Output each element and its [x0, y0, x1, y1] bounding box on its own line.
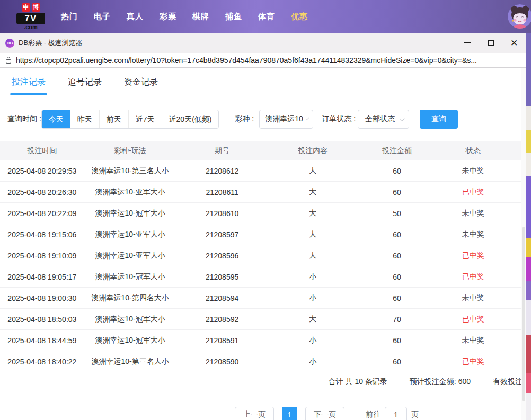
nav-item-slots[interactable]: 电子	[86, 12, 119, 22]
col-bet-amount: 投注金额	[358, 146, 437, 156]
status-select-label: 订单状态 :	[322, 114, 356, 124]
time-filter-7days[interactable]: 近7天	[128, 110, 162, 128]
search-button[interactable]: 查询	[420, 110, 458, 129]
game-playtype: 澳洲幸运10-冠军大小	[84, 209, 176, 218]
lock-icon	[6, 59, 11, 64]
next-page-button[interactable]: 下一页	[305, 407, 344, 420]
issue-number: 21208596	[176, 252, 268, 260]
bet-amount: 50	[358, 209, 437, 218]
chevron-down-icon	[306, 117, 309, 120]
bet-content: 小	[268, 293, 358, 303]
screen: 申 博 7V .com 热门 电子 真人 彩票 棋牌 捕鱼 体育 优惠	[0, 0, 531, 420]
bet-amount: 60	[358, 188, 437, 196]
maximize-button[interactable]	[479, 33, 502, 53]
bet-time: 2025-04-08 19:00:30	[0, 294, 84, 302]
tab-fund-records[interactable]: 资金记录	[124, 74, 158, 94]
time-filter-today[interactable]: 今天	[42, 110, 70, 128]
bet-status: 未中奖	[436, 293, 510, 303]
goto-page-input[interactable]	[385, 407, 407, 420]
nav-item-cards[interactable]: 棋牌	[184, 12, 217, 22]
table-row: 2025-04-08 20:26:30 澳洲幸运10-亚军大小 21208611…	[0, 182, 526, 203]
lottery-select[interactable]: 澳洲幸运10	[259, 110, 313, 129]
table-row: 2025-04-08 18:50:03 澳洲幸运10-冠军大小 21208592…	[0, 309, 526, 330]
bet-content: 大	[268, 166, 358, 176]
browser-window: DB DB彩票 - 极速浏览器 ✕ https://ctopcp02pcali.…	[0, 33, 526, 420]
bet-amount: 60	[358, 273, 437, 281]
bet-content: 大	[268, 209, 358, 218]
nav-item-sports[interactable]: 体育	[250, 12, 283, 22]
status-select-value: 全部状态	[364, 114, 396, 124]
page-suffix-label: 页	[411, 410, 419, 419]
bet-amount: 60	[358, 230, 437, 239]
minimize-icon	[464, 42, 471, 43]
bet-status: 未中奖	[436, 166, 510, 176]
issue-number: 21208594	[176, 294, 268, 302]
current-page-button[interactable]: 1	[282, 407, 297, 420]
game-playtype: 澳洲幸运10-冠军大小	[84, 336, 176, 345]
game-playtype: 澳洲幸运10-冠军大小	[84, 315, 176, 324]
avatar-illustration	[508, 4, 531, 29]
table-row: 2025-04-08 18:44:59 澳洲幸运10-冠军大小 21208591…	[0, 330, 526, 351]
url-text: https://ctopcp02pcali.uengi5e.com/lotter…	[16, 56, 477, 65]
table-row: 2025-04-08 19:10:09 澳洲幸运10-亚军大小 21208596…	[0, 245, 526, 266]
col-game-play: 彩种-玩法	[84, 146, 176, 156]
nav-item-live[interactable]: 真人	[119, 12, 152, 22]
prev-page-button[interactable]: 上一页	[235, 407, 274, 420]
bet-content: 大	[268, 230, 358, 239]
table-row: 2025-04-08 19:15:06 澳洲幸运10-亚军大小 21208597…	[0, 224, 526, 245]
tab-bet-records[interactable]: 投注记录	[12, 74, 46, 94]
bet-amount: 60	[358, 358, 437, 366]
bet-status: 已中奖	[436, 315, 510, 324]
bet-time: 2025-04-08 19:15:06	[0, 230, 84, 239]
bet-time: 2025-04-08 18:40:22	[0, 358, 84, 366]
record-tabs: 投注记录 追号记录 资金记录	[0, 74, 526, 94]
logo-badge-1: 申	[22, 3, 30, 12]
table-row: 2025-04-08 18:40:22 澳洲幸运10-第三名大小 2120859…	[0, 351, 526, 372]
col-bet-time: 投注时间	[0, 146, 84, 156]
table-row: 2025-04-08 19:05:17 澳洲幸运10-冠军大小 21208595…	[0, 266, 526, 288]
close-button[interactable]: ✕	[502, 33, 526, 53]
window-title: DB彩票 - 极速浏览器	[19, 38, 83, 48]
scrollbar[interactable]	[521, 68, 526, 420]
bet-status: 已中奖	[436, 251, 510, 261]
time-filter-2days-ago[interactable]: 前天	[99, 110, 128, 128]
bet-status: 未中奖	[436, 209, 510, 218]
address-bar[interactable]: https://ctopcp02pcali.uengi5e.com/lotter…	[0, 53, 526, 68]
issue-number: 21208592	[176, 315, 268, 324]
bet-time: 2025-04-08 20:26:30	[0, 188, 84, 196]
scrollbar-thumb[interactable]	[522, 227, 525, 401]
logo-suffix: .com	[24, 24, 38, 30]
time-filter-20days[interactable]: 近20天(低频)	[162, 110, 219, 128]
order-status-select[interactable]: 全部状态	[358, 110, 409, 129]
bet-content: 小	[268, 357, 358, 367]
game-playtype: 澳洲幸运10-亚军大小	[84, 251, 176, 261]
user-avatar[interactable]	[508, 4, 531, 29]
bet-amount: 60	[358, 252, 437, 260]
game-playtype: 澳洲幸运10-亚军大小	[84, 230, 176, 239]
time-filter-label: 查询时间 :	[7, 114, 41, 124]
logo-badge-2: 博	[32, 3, 40, 12]
filter-bar: 查询时间 : 今天 昨天 前天 近7天 近20天(低频) 彩种 : 澳洲幸运10…	[0, 110, 526, 129]
bet-time: 2025-04-08 18:44:59	[0, 336, 84, 345]
nav-item-hot[interactable]: 热门	[53, 12, 86, 22]
game-playtype: 澳洲幸运10-第三名大小	[84, 357, 176, 367]
tab-chase-records[interactable]: 追号记录	[68, 74, 102, 94]
nav-item-promo[interactable]: 优惠	[283, 12, 316, 22]
bet-time: 2025-04-08 19:05:17	[0, 273, 84, 281]
nav-item-fishing[interactable]: 捕鱼	[217, 12, 250, 22]
nav-item-lottery[interactable]: 彩票	[152, 12, 184, 22]
game-playtype: 澳洲幸运10-第四名大小	[84, 293, 176, 303]
browser-titlebar: DB DB彩票 - 极速浏览器 ✕	[0, 33, 526, 53]
site-logo[interactable]: 申 博 7V .com	[16, 3, 46, 30]
page-content: 投注记录 追号记录 资金记录 查询时间 : 今天 昨天 前天 近7天 近20天(…	[0, 74, 526, 420]
goto-page-label: 前往	[366, 410, 380, 419]
minimize-button[interactable]	[456, 33, 479, 53]
bet-amount: 60	[358, 336, 437, 345]
time-filter-yesterday[interactable]: 昨天	[70, 110, 99, 128]
issue-number: 21208610	[176, 209, 268, 218]
lottery-select-label: 彩种 :	[235, 114, 254, 124]
summary-total: 合计 共 10 条记录	[329, 377, 387, 387]
logo-badges: 申 博	[22, 3, 40, 12]
issue-number: 21208612	[176, 167, 268, 175]
bet-amount: 60	[358, 167, 437, 175]
